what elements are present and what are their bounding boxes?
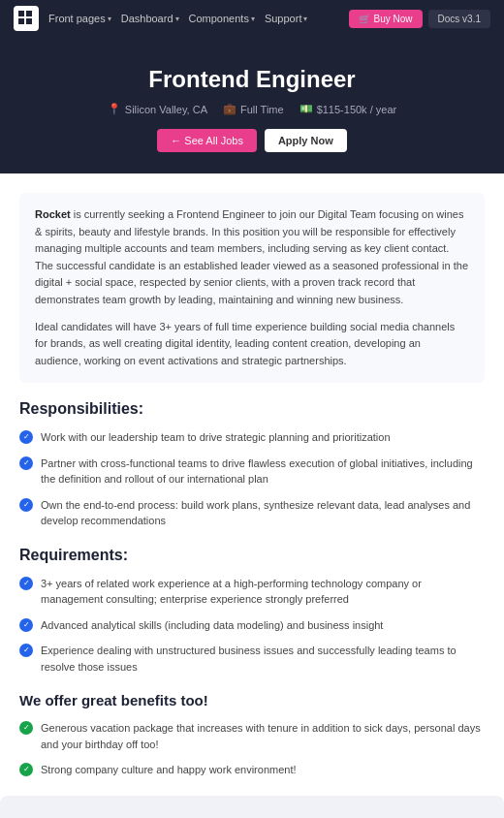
- buy-now-button[interactable]: 🛒 Buy Now: [349, 10, 423, 28]
- responsibilities-list: ✓ Work with our leadership team to drive…: [19, 429, 485, 529]
- list-item: ✓ Own the end-to-end process: build work…: [19, 497, 485, 529]
- main-content: Rocket is currently seeking a Frontend E…: [0, 173, 504, 818]
- intro-para1: Rocket is currently seeking a Frontend E…: [35, 206, 469, 309]
- navbar-actions: 🛒 Buy Now Docs v3.1: [349, 10, 490, 28]
- list-item: ✓ Generous vacation package that increas…: [19, 720, 485, 752]
- check-icon: ✓: [19, 644, 33, 657]
- apply-now-button[interactable]: Apply Now: [265, 129, 347, 152]
- list-item: ✓ Work with our leadership team to drive…: [19, 429, 485, 446]
- benefits-title: We offer great benefits too!: [19, 692, 485, 708]
- check-icon: ✓: [19, 430, 33, 444]
- check-icon: ✓: [19, 618, 33, 632]
- check-icon: ✓: [19, 721, 33, 735]
- docs-button[interactable]: Docs v3.1: [428, 10, 490, 28]
- chevron-down-icon: ▾: [251, 15, 255, 23]
- list-item: ✓ Advanced analytical skills (including …: [19, 617, 485, 634]
- nav-components[interactable]: Components ▾: [189, 13, 255, 24]
- hero-section: Frontend Engineer 📍 Silicon Valley, CA 💼…: [0, 37, 504, 173]
- briefcase-icon: 💼: [223, 103, 236, 115]
- navbar: Front pages ▾ Dashboard ▾ Components ▾ S…: [0, 0, 504, 37]
- check-icon: ✓: [19, 763, 33, 776]
- responsibilities-title: Responsibilities:: [19, 400, 485, 418]
- list-item: ✓ 3+ years of related work experience at…: [19, 576, 485, 608]
- requirements-section: Requirements: ✓ 3+ years of related work…: [19, 547, 485, 676]
- responsibilities-section: Responsibilities: ✓ Work with our leader…: [19, 400, 485, 529]
- chevron-down-icon: ▾: [108, 15, 111, 23]
- list-item: ✓ Partner with cross-functional teams to…: [19, 456, 485, 488]
- svg-rect-0: [18, 11, 24, 16]
- benefits-list: ✓ Generous vacation package that increas…: [19, 720, 485, 778]
- job-location: 📍 Silicon Valley, CA: [108, 103, 207, 115]
- job-salary: 💵 $115-150k / year: [299, 103, 397, 115]
- location-icon: 📍: [108, 103, 121, 115]
- company-intro: Rocket is currently seeking a Frontend E…: [19, 193, 485, 383]
- check-icon: ✓: [19, 498, 33, 512]
- svg-rect-3: [26, 18, 32, 24]
- see-all-jobs-button[interactable]: ← See All Jobs: [157, 129, 257, 152]
- svg-rect-1: [26, 11, 32, 16]
- job-title: Frontend Engineer: [19, 66, 485, 93]
- nav-dashboard[interactable]: Dashboard ▾: [121, 13, 179, 24]
- list-item: ✓ Experience dealing with unstructured b…: [19, 643, 485, 675]
- check-icon: ✓: [19, 577, 33, 590]
- company-name: Rocket: [35, 208, 71, 220]
- hero-buttons: ← See All Jobs Apply Now: [19, 129, 485, 152]
- svg-rect-2: [18, 18, 24, 24]
- job-type: 💼 Full Time: [223, 103, 284, 115]
- job-meta: 📍 Silicon Valley, CA 💼 Full Time 💵 $115-…: [19, 103, 485, 115]
- chevron-down-icon: ▾: [175, 15, 179, 23]
- intro-para2: Ideal candidates will have 3+ years of f…: [35, 319, 469, 370]
- nav-front-pages[interactable]: Front pages ▾: [48, 13, 111, 24]
- requirements-title: Requirements:: [19, 547, 485, 564]
- nav-support[interactable]: Support ▾: [265, 13, 308, 24]
- list-item: ✓ Strong company culture and happy work …: [19, 762, 485, 778]
- apply-form-section: Apply for this Job First Name * 👤 Last N…: [0, 796, 504, 818]
- money-icon: 💵: [299, 103, 313, 115]
- requirements-list: ✓ 3+ years of related work experience at…: [19, 576, 485, 676]
- logo: [14, 6, 39, 31]
- check-icon: ✓: [19, 456, 33, 470]
- benefits-section: We offer great benefits too! ✓ Generous …: [19, 692, 485, 778]
- cart-icon: 🛒: [359, 14, 370, 24]
- chevron-down-icon: ▾: [303, 15, 307, 23]
- navbar-links: Front pages ▾ Dashboard ▾ Components ▾ S…: [48, 13, 339, 24]
